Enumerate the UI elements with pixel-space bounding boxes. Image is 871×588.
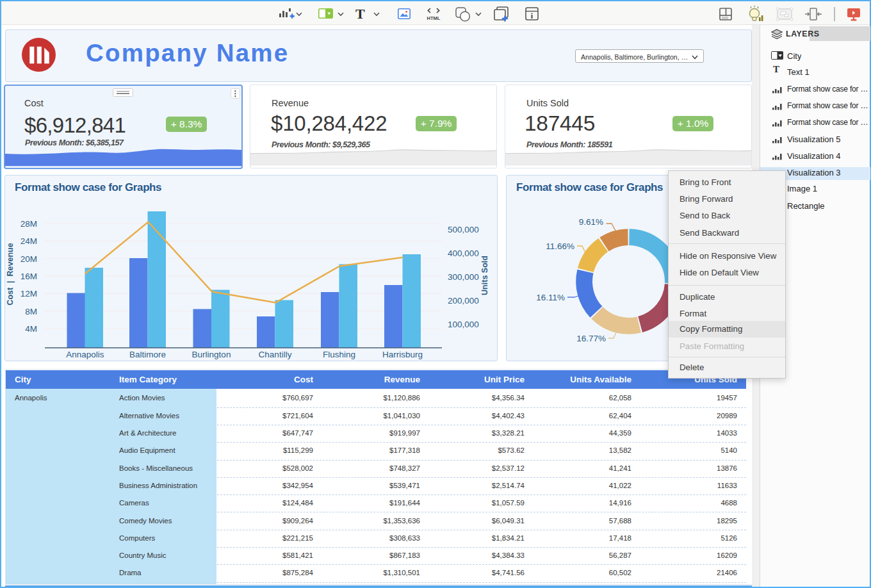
svg-text:HTML: HTML: [427, 15, 441, 21]
